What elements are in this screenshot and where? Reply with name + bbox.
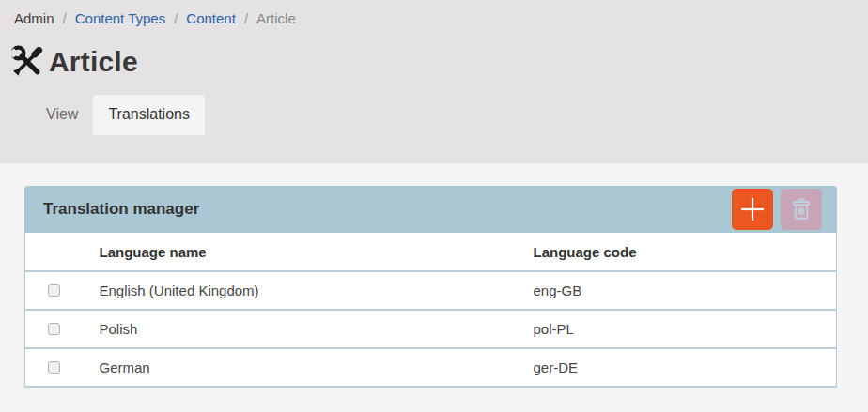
panel-header: Translation manager (24, 186, 837, 233)
language-code-cell: pol-PL (534, 310, 837, 348)
translations-table: Language name Language code English (Uni… (24, 233, 837, 388)
table-row: Polish pol-PL (25, 310, 837, 348)
table-header-row: Language name Language code (25, 233, 837, 271)
breadcrumb-item-admin: Admin (14, 9, 54, 28)
language-name-cell: German (100, 348, 534, 387)
table-row: English (United Kingdom) eng-GB (25, 271, 837, 310)
breadcrumb: Admin / Content Types / Content / Articl… (14, 9, 868, 28)
column-header-language-code: Language code (534, 233, 837, 271)
breadcrumb-item-content-types[interactable]: Content Types (75, 9, 165, 28)
language-code-cell: ger-DE (534, 348, 837, 387)
breadcrumb-item-article: Article (256, 9, 296, 28)
header-area: Admin / Content Types / Content / Articl… (0, 0, 868, 163)
column-header-language-name: Language name (100, 233, 534, 271)
trash-icon (789, 197, 814, 221)
language-code-cell: eng-GB (534, 271, 837, 310)
row-checkbox[interactable] (48, 323, 60, 335)
row-checkbox[interactable] (48, 284, 60, 297)
page-title-row: Article (9, 44, 868, 80)
breadcrumb-separator: / (174, 9, 178, 28)
breadcrumb-item-content[interactable]: Content (186, 9, 236, 28)
language-name-cell: English (United Kingdom) (100, 271, 534, 310)
language-name-cell: Polish (100, 310, 534, 348)
tab-bar: View Translations (31, 80, 868, 135)
tools-icon (9, 44, 45, 80)
tab-view[interactable]: View (31, 95, 93, 135)
plus-icon (740, 197, 765, 221)
table-row: German ger-DE (25, 348, 837, 387)
breadcrumb-separator: / (244, 9, 248, 28)
panel-title: Translation manager (43, 200, 724, 219)
translation-manager-panel: Translation manager (24, 186, 837, 388)
delete-translation-button[interactable] (781, 189, 822, 230)
row-checkbox[interactable] (48, 361, 60, 374)
breadcrumb-separator: / (63, 9, 67, 28)
add-translation-button[interactable] (732, 189, 773, 230)
tab-content-area: Translation manager (0, 163, 868, 412)
tab-translations[interactable]: Translations (93, 95, 205, 135)
page-title: Article (49, 46, 138, 78)
checkbox-column-header (25, 233, 100, 271)
